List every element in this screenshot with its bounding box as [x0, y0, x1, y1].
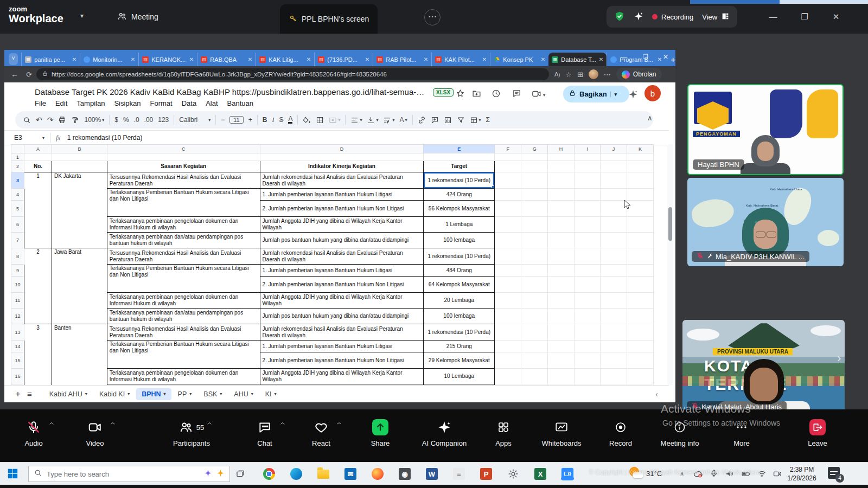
sheet-tab-menu-icon[interactable]: ▾: [220, 391, 222, 396]
video-tile-mia[interactable]: Kab. Halmahera Utara Kab. Halmahera Bara…: [687, 178, 844, 266]
browser-minimize-icon[interactable]: —: [621, 54, 627, 60]
tab-close-icon[interactable]: ✕: [189, 56, 194, 62]
cell-E16[interactable]: 10 Lembaga: [424, 369, 495, 384]
cell-K13[interactable]: [627, 324, 653, 341]
toolbar-react[interactable]: React: [291, 419, 351, 447]
increase-font-icon[interactable]: +: [248, 116, 252, 124]
row-header-16[interactable]: 16: [11, 369, 24, 384]
cell-I7[interactable]: [575, 233, 601, 248]
cell-I2[interactable]: [575, 161, 601, 172]
video-call-icon[interactable]: ▾: [532, 89, 545, 101]
undo-icon[interactable]: ↶: [36, 115, 42, 124]
chevron-up-icon[interactable]: [206, 419, 213, 429]
collapse-toolbar-icon[interactable]: ∧: [647, 114, 653, 122]
column-header-I[interactable]: I: [575, 145, 601, 153]
minimize-button[interactable]: —: [761, 12, 786, 21]
cell-G7[interactable]: [521, 233, 548, 248]
cell-H6[interactable]: [548, 217, 575, 233]
cell-F4[interactable]: [495, 189, 521, 201]
cell-K6[interactable]: [627, 217, 653, 233]
cell-H4[interactable]: [548, 189, 575, 201]
view-button[interactable]: View: [702, 12, 730, 22]
toolbar-apps[interactable]: Apps: [474, 419, 533, 447]
row-header-3[interactable]: 3: [11, 172, 24, 189]
cell-D1[interactable]: [260, 153, 424, 161]
browser-tab[interactable]: ▤(7136.PD...✕: [314, 53, 373, 66]
cell-J13[interactable]: [601, 324, 627, 341]
cell-F9[interactable]: [495, 265, 521, 277]
cell-J6[interactable]: [601, 217, 627, 233]
cell-J1[interactable]: [601, 153, 627, 161]
mail-icon[interactable]: ✉: [344, 467, 357, 480]
sheet-tab-menu-icon[interactable]: ▾: [164, 391, 166, 396]
refresh-icon[interactable]: ⟳: [26, 70, 32, 79]
cell-I9[interactable]: [575, 265, 601, 277]
increase-decimal-icon[interactable]: .00: [144, 116, 154, 124]
sheet-tab-menu-icon[interactable]: ▾: [275, 391, 277, 396]
cell-D3[interactable]: Jumlah rekomendasi hasil Analisis dan Ev…: [260, 172, 424, 189]
sheet-vertical-scrollbar[interactable]: [667, 144, 673, 385]
cell-G5[interactable]: [521, 201, 548, 217]
cell-F6[interactable]: [495, 217, 521, 233]
browser-restore-icon[interactable]: ❐: [643, 53, 648, 60]
menu-edit[interactable]: Edit: [55, 99, 67, 107]
toolbar-ai-companion[interactable]: AI Companion: [414, 419, 474, 447]
address-field[interactable]: https://docs.google.com/spreadsheets/d/1…: [36, 68, 549, 80]
row-header-8[interactable]: 8: [11, 248, 24, 265]
cell-H9[interactable]: [548, 265, 575, 277]
cell-I11[interactable]: [575, 293, 601, 309]
column-header-A[interactable]: A: [24, 145, 52, 153]
excel-icon[interactable]: X: [534, 467, 547, 480]
menu-format[interactable]: Format: [150, 99, 173, 107]
tab-close-icon[interactable]: ✕: [541, 56, 545, 62]
close-button[interactable]: ✕: [824, 12, 848, 22]
toolbar-participants[interactable]: 55Participants: [162, 419, 221, 447]
tray-camera-icon[interactable]: [773, 469, 782, 481]
cell-D12[interactable]: Jumlah pos bantuan hukum yang dibina dan…: [260, 309, 424, 324]
cell-F1[interactable]: [495, 153, 521, 161]
menu-tampilan[interactable]: Tampilan: [76, 99, 105, 107]
row-header-1[interactable]: 1: [11, 153, 24, 161]
cell-E5[interactable]: 56 Kelompok Masyarakat: [424, 201, 495, 217]
cell-J3[interactable]: [601, 172, 627, 189]
column-header-D[interactable]: D: [260, 145, 424, 153]
sheet-tab-ahu[interactable]: AHU▾: [228, 388, 258, 400]
comments-icon[interactable]: [512, 89, 521, 100]
powerpoint-icon[interactable]: P: [480, 467, 493, 480]
format-percent-icon[interactable]: %: [123, 116, 129, 124]
browser-menu-icon[interactable]: ⋯: [604, 70, 611, 79]
cell-G13[interactable]: [521, 324, 548, 341]
workspace-chevron-icon[interactable]: ▾: [80, 12, 84, 20]
cell-J10[interactable]: [601, 277, 627, 293]
start-button[interactable]: [7, 467, 18, 481]
cell-J9[interactable]: [601, 265, 627, 277]
tab-close-icon[interactable]: ✕: [658, 56, 662, 62]
cell-J16[interactable]: [601, 369, 627, 384]
cell-I5[interactable]: [575, 201, 601, 217]
tab-meeting[interactable]: Meeting: [108, 0, 167, 34]
cell-K10[interactable]: [627, 277, 653, 293]
cell-G15[interactable]: [521, 352, 548, 369]
tab-close-icon[interactable]: ✕: [599, 56, 603, 62]
sheet-tab-menu-icon[interactable]: ▾: [127, 391, 130, 396]
grid-corner[interactable]: [11, 145, 24, 153]
gallery-next-icon[interactable]: ›: [837, 351, 841, 365]
cell-F3[interactable]: [495, 172, 521, 189]
cell-I3[interactable]: [575, 172, 601, 189]
taskbar-search-box[interactable]: Type here to search: [28, 466, 230, 482]
cell-G14[interactable]: [521, 341, 548, 352]
cell-A1[interactable]: [24, 153, 52, 161]
browser-tab[interactable]: Program B...✕: [607, 53, 665, 66]
tab-close-icon[interactable]: ✕: [307, 56, 311, 62]
task-view-icon[interactable]: [235, 469, 245, 481]
strikethrough-icon[interactable]: S: [279, 116, 283, 124]
formula-value[interactable]: 1 rekomendasi (10 Perda): [67, 134, 143, 142]
cell-H2[interactable]: [548, 161, 575, 172]
browser-tab[interactable]: Monitorin...✕: [80, 53, 138, 66]
sheet-tab-menu-icon[interactable]: ▾: [251, 391, 253, 396]
cell-D4[interactable]: 1. Jumlah pemberian layanan Bantuan Huku…: [260, 189, 424, 201]
cell-F8[interactable]: [495, 248, 521, 265]
insert-link-icon[interactable]: [418, 116, 426, 124]
browser-tab[interactable]: ▤KAK Litig...✕: [256, 53, 314, 66]
cell-J15[interactable]: [601, 352, 627, 369]
